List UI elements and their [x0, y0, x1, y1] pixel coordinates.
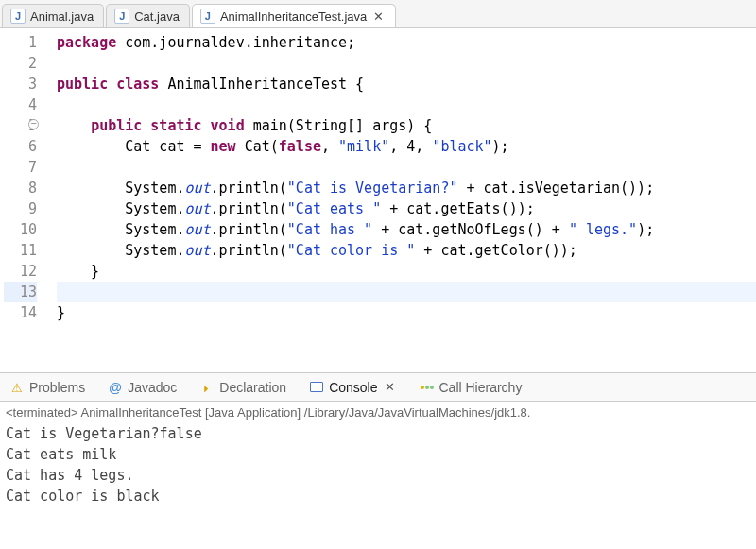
code-line[interactable]: System.out.println("Cat color is " + cat…	[57, 240, 756, 261]
fold-toggle-icon[interactable]: −	[28, 119, 39, 129]
line-number: 12	[4, 261, 37, 282]
bottom-panel: Problems @ Javadoc Declaration Console ✕…	[0, 373, 756, 506]
line-number: 13	[4, 282, 37, 302]
tab-problems-label: Problems	[29, 380, 85, 395]
tab-console-label: Console	[329, 380, 377, 395]
code-line[interactable]	[57, 53, 756, 74]
line-number: 7	[4, 157, 37, 178]
close-icon[interactable]: ✕	[371, 9, 386, 24]
line-number: 6	[4, 136, 37, 157]
console-status-line: <terminated> AnimalInheritanceTest [Java…	[6, 405, 752, 423]
editor-tab-label: Animal.java	[30, 9, 94, 24]
declaration-icon	[199, 380, 215, 395]
code-line[interactable]: }	[57, 302, 756, 323]
code-line[interactable]: System.out.println("Cat is Vegetarian?" …	[57, 178, 756, 198]
tab-call-hierarchy-label: Call Hierarchy	[439, 380, 523, 395]
tab-declaration[interactable]: Declaration	[196, 378, 290, 397]
line-number-gutter: 12345−67891011121314	[0, 28, 45, 372]
line-number: 2	[4, 53, 37, 74]
code-line[interactable]: public class AnimalInheritanceTest {	[57, 74, 756, 94]
editor-tab-0[interactable]: JAnimal.java	[2, 4, 104, 27]
code-line[interactable]: System.out.println("Cat has " + cat.getN…	[57, 219, 756, 240]
editor-tab-label: Cat.java	[134, 9, 180, 24]
tab-problems[interactable]: Problems	[6, 378, 89, 397]
code-line[interactable]: public static void main(String[] args) {	[57, 115, 756, 136]
line-number: 3	[4, 74, 37, 94]
editor-tab-1[interactable]: JCat.java	[106, 4, 190, 27]
tab-declaration-label: Declaration	[219, 380, 286, 395]
console-line: Cat has 4 legs.	[6, 465, 752, 486]
code-content[interactable]: package com.journaldev.inheritance;publi…	[45, 28, 756, 372]
console-output[interactable]: <terminated> AnimalInheritanceTest [Java…	[0, 402, 756, 506]
editor-tab-label: AnimalInheritanceTest.java	[220, 9, 367, 24]
call-hierarchy-icon	[420, 380, 435, 395]
editor-tab-bar: JAnimal.javaJCat.javaJAnimalInheritanceT…	[0, 0, 756, 28]
code-line[interactable]: System.out.println("Cat eats " + cat.get…	[57, 198, 756, 219]
code-line[interactable]: }	[57, 261, 756, 282]
line-number: 8	[4, 178, 37, 198]
close-icon[interactable]: ✕	[383, 380, 397, 394]
java-file-icon: J	[200, 9, 215, 24]
editor-area: JAnimal.javaJCat.javaJAnimalInheritanceT…	[0, 0, 756, 373]
code-line[interactable]: Cat cat = new Cat(false, "milk", 4, "bla…	[57, 136, 756, 157]
code-editor[interactable]: 12345−67891011121314 package com.journal…	[0, 28, 756, 372]
bottom-tab-bar: Problems @ Javadoc Declaration Console ✕…	[0, 373, 756, 402]
tab-console[interactable]: Console ✕	[305, 378, 400, 397]
problems-icon	[9, 380, 25, 395]
tab-javadoc-label: Javadoc	[128, 380, 177, 395]
code-line[interactable]: package com.journaldev.inheritance;	[57, 32, 756, 53]
java-file-icon: J	[10, 9, 26, 24]
line-number: 10	[4, 219, 37, 240]
line-number: 14	[4, 302, 37, 323]
tab-javadoc[interactable]: @ Javadoc	[104, 378, 180, 397]
tab-call-hierarchy[interactable]: Call Hierarchy	[416, 378, 526, 397]
line-number: 4	[4, 94, 37, 115]
console-line: Cat color is black	[6, 486, 752, 506]
console-line: Cat eats milk	[6, 444, 752, 465]
java-file-icon: J	[114, 9, 129, 24]
line-number: 11	[4, 240, 37, 261]
code-line[interactable]	[57, 282, 756, 302]
line-number: 9	[4, 198, 37, 219]
code-line[interactable]	[57, 94, 756, 115]
code-line[interactable]	[57, 157, 756, 178]
editor-tab-2[interactable]: JAnimalInheritanceTest.java✕	[192, 4, 396, 27]
javadoc-icon: @	[108, 380, 123, 395]
console-icon	[309, 380, 324, 395]
line-number: 5−	[4, 115, 37, 136]
console-line: Cat is Vegetarian?false	[6, 423, 752, 444]
line-number: 1	[4, 32, 37, 53]
